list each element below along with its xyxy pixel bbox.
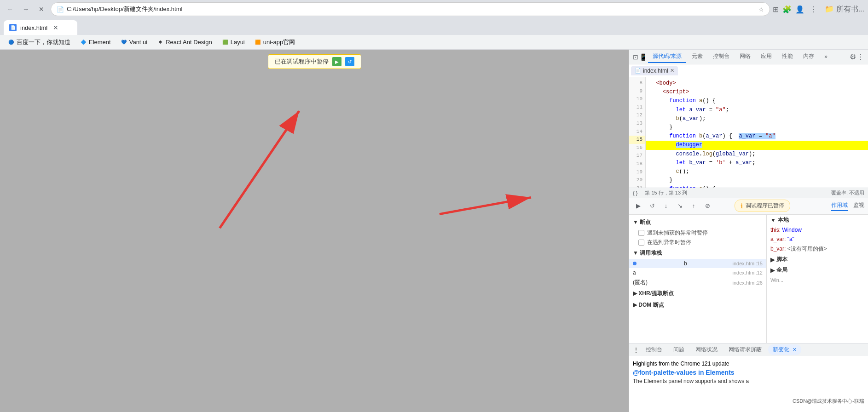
bookmark-uniapp[interactable]: 🟧 uni-app官网 [250,37,299,48]
breakpoints-title[interactable]: ▼ 断点 [629,217,766,228]
devtools-tab-memory[interactable]: 内存 [799,51,819,63]
callstack-name-a: a [633,269,636,276]
bookmark-layui[interactable]: 🟩 Layui [218,37,249,47]
devtools-tab-application[interactable]: 应用 [756,51,776,63]
console-tab-changes[interactable]: 新变化 ✕ [768,344,801,355]
console-tab-network-request[interactable]: 网络请求屏蔽 [724,344,766,355]
debug-play-button[interactable]: ▶ [332,57,341,66]
callstack-file-a: index.html:12 [733,270,763,275]
star-icon[interactable]: ☆ [758,6,764,13]
forward-button[interactable]: → [19,3,32,16]
breakpoint-uncaught-check[interactable] [638,230,644,236]
scope-avar: a_var: "a" [767,235,868,244]
console-link[interactable]: @font-palette-values in Elements [633,369,735,376]
back-button[interactable]: ← [4,3,17,16]
bookmark-vant[interactable]: 💙 Vant ui [116,37,151,47]
bookmarks-icon[interactable]: 📁 所有书... [825,5,864,14]
menu-icon[interactable]: ⋮ [810,5,817,14]
paused-notice-text: 调试程序已暂停 [746,202,784,210]
uniapp-icon: 🟧 [254,39,261,46]
inspect-icon[interactable]: ⊡ [633,53,638,61]
device-icon[interactable]: 📱 [639,53,647,61]
debug-resume-button[interactable]: ▶ [633,200,644,212]
breakpoint-uncaught-label: 遇到未捕获的异常时暂停 [647,229,708,237]
coverage-text: 覆盖率: 不适用 [831,189,864,196]
address-bar[interactable]: 📄 C:/Users/hp/Desktop/新建文件夹/index.html ☆ [51,2,770,16]
callstack-name-anon: (匿名) [633,279,648,286]
devtools-tab-console[interactable]: 控制台 [708,51,734,63]
scope-bvar: b_var: <没有可用的值> [767,244,868,254]
profile-icon[interactable]: 👤 [795,5,804,14]
title-bar: ← → ✕ 📄 C:/Users/hp/Desktop/新建文件夹/index.… [0,0,868,18]
bookmark-react-ant[interactable]: ❖ React Ant Design [153,37,215,47]
source-tab-close[interactable]: ✕ [670,68,674,74]
code-line-10: function a() { [646,97,868,105]
source-file-tab[interactable]: 📄 index.html ✕ [631,66,678,75]
callstack-item-a[interactable]: a index.html:12 [629,268,766,277]
debug-stepinto-button[interactable]: ↓ [660,200,671,212]
console-tab-close[interactable]: ✕ [793,347,797,352]
dom-title[interactable]: ▶ DOM 断点 [629,299,766,311]
devtools-panel: ⊡ 📱 源代码/来源 元素 控制台 网络 应用 性能 内存 » ⚙ ⋮ 📄 in… [629,50,868,412]
csdn-watermark: CSDN@瑞成技术服务中心-联瑞 [793,398,864,405]
console-overflow-icon[interactable]: ⋮ [633,346,639,354]
debug-step-button[interactable]: ↑ [688,200,699,212]
breakpoint-exception-check[interactable] [638,240,644,246]
status-position: 第 15 行，第 13 列 [645,189,687,196]
breakpoint-exception[interactable]: 在遇到异常时暂停 [629,238,766,247]
baidu-icon: 🔵 [7,39,15,46]
code-line-16: console.log(global_var); [646,150,868,159]
bookmark-element-label: Element [89,39,111,46]
bookmarks-bar: 🔵 百度一下，你就知道 🔷 Element 💙 Vant ui ❖ React … [0,35,868,50]
callstack-title[interactable]: ▼ 调用堆栈 [629,247,766,259]
code-line-19: } [646,176,868,185]
svg-line-2 [220,111,299,228]
source-file-name: index.html [643,68,668,74]
devtools-gear-icon[interactable]: ⚙ [850,52,856,61]
devtools-toolbar: ⊡ 📱 源代码/来源 元素 控制台 网络 应用 性能 内存 » ⚙ ⋮ [629,50,868,64]
console-tab-network-conditions[interactable]: 网络状况 [691,344,722,355]
callstack-item-b[interactable]: b index.html:15 [629,259,766,268]
scope-global[interactable]: ▶ 全局 [767,265,868,275]
devtools-tab-performance[interactable]: 性能 [777,51,798,63]
debug-stepover-button[interactable]: ↺ [647,200,658,212]
breakpoint-uncaught[interactable]: 遇到未捕获的异常时暂停 [629,228,766,238]
callstack-item-anon[interactable]: (匿名) index.html:26 [629,277,766,288]
devtools-overflow-icon[interactable]: ⋮ [857,52,864,61]
close-button[interactable]: ✕ [35,3,48,16]
translate-icon[interactable]: ⊞ [773,5,779,14]
debug-stepout-button[interactable]: ↘ [674,200,685,212]
console-tab-issues[interactable]: 问题 [669,344,689,355]
bookmark-baidu[interactable]: 🔵 百度一下，你就知道 [4,37,74,48]
code-line-12: b(a_var); [646,114,868,123]
devtools-main: 📄 index.html ✕ 8 9 10 11 12 13 14 [629,64,868,412]
debug-refresh-button[interactable]: ↺ [345,57,354,66]
bookmark-baidu-label: 百度一下，你就知道 [17,38,70,46]
browser-tab[interactable]: 📄 index.html ✕ [4,20,77,35]
bookmark-element[interactable]: 🔷 Element [76,37,115,47]
devtools-tab-source[interactable]: 源代码/来源 [648,51,686,63]
scope-local[interactable]: ▼ 本地 [767,215,868,225]
line-num-16: 16 [629,144,645,152]
line-num-8: 8 [629,79,645,87]
code-area[interactable]: 8 9 10 11 12 13 14 15 16 17 18 19 20 21 [629,77,868,188]
line-numbers: 8 9 10 11 12 13 14 15 16 17 18 19 20 21 [629,77,646,188]
devtools-tab-network[interactable]: 网络 [735,51,755,63]
line-num-15: 15 [629,136,645,144]
devtools-tab-elements[interactable]: 元素 [687,51,707,63]
debug-deactivate-button[interactable]: ⊘ [702,200,713,212]
code-line-14: function b(a_var) { a_var = "a" [646,132,868,141]
code-line-8: <body> [646,79,868,88]
console-tab-console[interactable]: 控制台 [641,344,667,355]
extensions-icon[interactable]: 🧩 [782,5,792,14]
code-line-9: <script> [646,88,868,97]
scope-script[interactable]: ▶ 脚本 [767,254,868,265]
section-tab-watch[interactable]: 监视 [853,200,864,211]
console-content: Highlights from the Chrome 121 update @f… [629,356,868,412]
tab-close-button[interactable]: ✕ [53,24,58,31]
svg-line-3 [440,197,531,214]
section-tab-scope[interactable]: 作用域 [831,200,848,211]
xhr-title[interactable]: ▶ XHR/提取断点 [629,288,766,299]
devtools-tab-more[interactable]: » [820,52,832,63]
scope-key-avar: a_var: [770,236,787,242]
